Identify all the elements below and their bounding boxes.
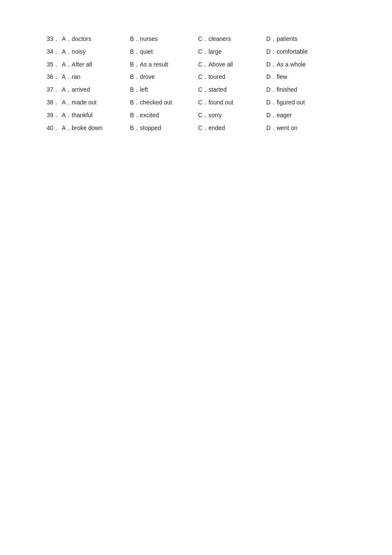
- option-text: quiet: [140, 47, 153, 57]
- option-label: A．: [62, 47, 72, 57]
- option-label: C．: [198, 34, 208, 44]
- option-text: arrived: [72, 85, 90, 95]
- option-item[interactable]: C．sorry: [198, 110, 266, 121]
- option-text: noisy: [72, 47, 86, 57]
- option-item[interactable]: D．figured out: [266, 98, 334, 108]
- question-number: 39．: [43, 110, 62, 121]
- option-label: B．: [130, 34, 140, 44]
- option-item[interactable]: D．patients: [266, 34, 334, 44]
- option-label: D．: [266, 72, 277, 82]
- option-text: cleaners: [208, 34, 231, 44]
- option-label: D．: [266, 47, 277, 57]
- option-item[interactable]: A．made out: [62, 98, 130, 108]
- question-number: 33．: [43, 34, 62, 44]
- option-item[interactable]: D．went on: [266, 123, 334, 133]
- option-text: excited: [140, 110, 159, 121]
- option-item[interactable]: C．cleaners: [198, 34, 266, 44]
- option-item[interactable]: D．As a whole: [266, 60, 334, 70]
- option-text: eager: [277, 110, 292, 121]
- option-label: C．: [198, 60, 208, 70]
- option-label: C．: [198, 47, 208, 57]
- option-text: thankful: [72, 110, 92, 121]
- quiz-container: 33．A．doctorsB．nursesC．cleanersD．patients…: [0, 0, 392, 170]
- options-group: A．made outB．checked outC．found outD．figu…: [62, 98, 349, 108]
- question-number: 36．: [43, 72, 62, 82]
- option-item[interactable]: A．arrived: [62, 85, 130, 95]
- question-row: 40．A．broke downB．stoppedC．endedD．went on: [43, 123, 349, 133]
- options-group: A．doctorsB．nursesC．cleanersD．patients: [62, 34, 349, 44]
- question-number: 37．: [43, 85, 62, 95]
- options-group: A．After allB．As a resultC．Above allD．As …: [62, 60, 349, 70]
- option-text: flew: [277, 72, 287, 82]
- option-text: nurses: [140, 34, 158, 44]
- option-label: B．: [130, 98, 140, 108]
- question-row: 34．A．noisyB．quietC．largeD．comfortable: [43, 47, 349, 57]
- option-text: sorry: [208, 110, 222, 121]
- question-row: 37．A．arrivedB．leftC．startedD．finished: [43, 85, 349, 95]
- option-item[interactable]: B．stopped: [130, 123, 198, 133]
- option-item[interactable]: D．flew: [266, 72, 334, 82]
- option-item[interactable]: C．found out: [198, 98, 266, 108]
- options-group: A．arrivedB．leftC．startedD．finished: [62, 85, 349, 95]
- option-item[interactable]: A．ran: [62, 72, 130, 82]
- option-label: C．: [198, 85, 208, 95]
- option-label: A．: [62, 110, 72, 121]
- option-text: Above all: [208, 60, 233, 70]
- question-row: 39．A．thankfulB．excitedC．sorryD．eager: [43, 110, 349, 121]
- option-text: After all: [72, 60, 92, 70]
- option-text: As a whole: [277, 60, 306, 70]
- option-text: doctors: [72, 34, 91, 44]
- option-label: D．: [266, 98, 277, 108]
- option-label: B．: [130, 72, 140, 82]
- option-label: D．: [266, 60, 277, 70]
- question-number: 38．: [43, 98, 62, 108]
- question-row: 38．A．made outB．checked outC．found outD．f…: [43, 98, 349, 108]
- option-label: D．: [266, 123, 277, 133]
- option-item[interactable]: B．left: [130, 85, 198, 95]
- option-item[interactable]: B．excited: [130, 110, 198, 121]
- option-label: B．: [130, 47, 140, 57]
- option-item[interactable]: B．nurses: [130, 34, 198, 44]
- option-item[interactable]: A．noisy: [62, 47, 130, 57]
- option-item[interactable]: A．After all: [62, 60, 130, 70]
- option-item[interactable]: A．doctors: [62, 34, 130, 44]
- option-label: C．: [198, 98, 208, 108]
- options-group: A．thankfulB．excitedC．sorryD．eager: [62, 110, 349, 121]
- option-label: D．: [266, 34, 277, 44]
- option-text: ran: [72, 72, 80, 82]
- option-item[interactable]: B．drove: [130, 72, 198, 82]
- option-text: broke down: [72, 123, 102, 133]
- question-row: 36．A．ranB．droveC．touredD．flew: [43, 72, 349, 82]
- option-item[interactable]: D．finished: [266, 85, 334, 95]
- option-text: large: [208, 47, 222, 57]
- option-text: started: [208, 85, 227, 95]
- option-item[interactable]: D．comfortable: [266, 47, 334, 57]
- option-text: found out: [208, 98, 233, 108]
- option-item[interactable]: C．large: [198, 47, 266, 57]
- option-label: D．: [266, 110, 277, 121]
- option-item[interactable]: B．As a result: [130, 60, 198, 70]
- option-item[interactable]: C．toured: [198, 72, 266, 82]
- question-number: 40．: [43, 123, 62, 133]
- option-item[interactable]: C．ended: [198, 123, 266, 133]
- option-item[interactable]: D．eager: [266, 110, 334, 121]
- option-item[interactable]: C．Above all: [198, 60, 266, 70]
- option-item[interactable]: B．quiet: [130, 47, 198, 57]
- question-row: 33．A．doctorsB．nursesC．cleanersD．patients: [43, 34, 349, 44]
- option-item[interactable]: C．started: [198, 85, 266, 95]
- option-item[interactable]: A．thankful: [62, 110, 130, 121]
- option-item[interactable]: A．broke down: [62, 123, 130, 133]
- option-text: comfortable: [277, 47, 308, 57]
- option-label: A．: [62, 98, 72, 108]
- option-label: A．: [62, 123, 72, 133]
- option-text: drove: [140, 72, 155, 82]
- option-text: left: [140, 85, 148, 95]
- option-label: C．: [198, 110, 208, 121]
- option-item[interactable]: B．checked out: [130, 98, 198, 108]
- option-text: went on: [277, 123, 297, 133]
- options-group: A．ranB．droveC．touredD．flew: [62, 72, 349, 82]
- options-group: A．broke downB．stoppedC．endedD．went on: [62, 123, 349, 133]
- option-label: A．: [62, 85, 72, 95]
- option-text: checked out: [140, 98, 172, 108]
- option-label: B．: [130, 60, 140, 70]
